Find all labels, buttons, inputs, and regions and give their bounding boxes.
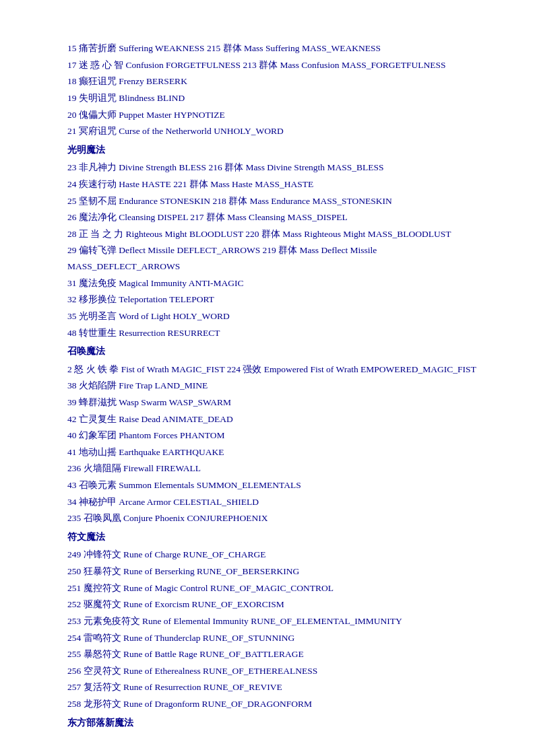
spell-id: 249 [67,549,84,559]
spell-en: Rune of Thunderclap RUNE_OF_STUNNING [123,633,294,643]
spell-entry: 41 地动山摇 Earthquake EARTHQUAKE [67,444,481,460]
spell-entry: 235 召唤凤凰 Conjure Phoenix CONJUREPHOENIX [67,510,481,526]
spell-id: 17 [67,60,79,70]
spell-zh: 迷 惑 心 智 [79,60,126,70]
spell-en: Rune of Etherealness RUNE_OF_ETHEREALNES… [123,666,317,676]
spell-entry: 256 空灵符文 Rune of Etherealness RUNE_OF_ET… [67,663,481,679]
spell-zh: 转世重生 [79,328,119,338]
spell-en: Phantom Forces PHANTOM [119,430,224,440]
spell-entry: 251 魔控符文 Rune of Magic Control RUNE_OF_M… [67,580,481,596]
spell-zh: 疾速行动 [79,179,119,189]
spell-zh: 召唤元素 [79,480,119,490]
spell-id: 24 [67,179,79,189]
spell-zh: 空灵符文 [84,666,123,676]
spell-en: Fire Trap LAND_MINE [119,380,208,390]
spell-id: 28 [67,229,79,239]
spell-entry: 26 魔法净化 Cleansing DISPEL 217 群体 Mass Cle… [67,209,481,226]
spell-entry: 25 坚韧不屈 Endurance STONESKIN 218 群体 Mass … [67,193,481,209]
spell-en: Rune of Dragonform RUNE_OF_DRAGONFORM [123,699,312,709]
spell-id: 32 [67,294,79,304]
spell-id: 19 [67,93,79,103]
spell-id: 2 [67,364,74,374]
spell-id: 254 [67,633,84,643]
spell-en: Righteous Might BLOODLUST 220 群体 Mass Ri… [125,229,451,239]
spell-en: Confusion FORGETFULNESS 213 群体 Mass Conf… [125,60,445,70]
spell-en: Magical Immunity ANTI-MAGIC [119,278,243,288]
spell-id: 255 [67,649,84,659]
spell-zh: 怒 火 铁 拳 [74,364,121,374]
spell-id: 20 [67,110,79,120]
spell-en: Rune of Berserking RUNE_OF_BERSERKING [123,566,299,576]
spell-id: 250 [67,566,84,576]
spell-entry: 18 癫狂诅咒 Frenzy BERSERK [67,73,481,90]
spell-entry: 21 冥府诅咒 Curse of the Netherworld UNHOLY_… [67,123,481,139]
spell-zh: 复活符文 [84,682,123,692]
spell-entry: 43 召唤元素 Summon Elementals SUMMON_ELEMENT… [67,477,481,493]
spell-id: 42 [67,414,79,424]
spell-en: Curse of the Netherworld UNHOLY_WORD [119,126,284,136]
spell-zh: 魔控符文 [84,583,123,593]
spell-entry: 257 复活符文 Rune of Resurrection RUNE_OF_RE… [67,679,481,695]
spell-zh: 雷鸣符文 [84,633,123,643]
spell-id: 25 [67,196,79,206]
spell-entry: 38 火焰陷阱 Fire Trap LAND_MINE [67,378,481,394]
spell-zh: 偏转飞弹 [79,245,119,255]
spell-id: 251 [67,583,84,593]
spell-zh: 非凡神力 [79,162,119,172]
spell-id: 40 [67,430,79,440]
spell-entry: 17 迷 惑 心 智 Confusion FORGETFULNESS 213 群… [67,57,481,73]
spell-en: Suffering WEAKNESS 215 群体 Mass Suffering… [119,43,381,53]
spell-zh: 傀儡大师 [79,110,119,120]
spell-en: Rune of Exorcism RUNE_OF_EXORCISM [123,599,284,609]
spell-zh: 蜂群滋扰 [79,397,119,407]
spell-entry: 19 失明诅咒 Blindness BLIND [67,90,481,106]
spell-entry: 236 火墙阻隔 Firewall FIREWALL [67,460,481,477]
spell-entry: 258 龙形符文 Rune of Dragonform RUNE_OF_DRAG… [67,696,481,712]
spell-id: 236 [67,463,84,473]
spell-zh: 冥府诅咒 [79,126,119,136]
spell-entry: 31 魔法免疫 Magical Immunity ANTI-MAGIC [67,275,481,291]
spell-zh: 驱魔符文 [84,599,123,609]
spell-id: 15 [67,43,79,53]
spell-en: Rune of Battle Rage RUNE_OF_BATTLERAGE [123,649,304,659]
spell-entry: 20 傀儡大师 Puppet Master HYPNOTIZE [67,107,481,123]
spell-id: 21 [67,126,79,136]
spell-en: Puppet Master HYPNOTIZE [119,110,224,120]
spell-list: 15 痛苦折磨 Suffering WEAKNESS 215 群体 Mass S… [67,40,481,731]
spell-entry: 32 移形换位 Teleportation TELEPORT [67,291,481,308]
spell-entry: 29 偏转飞弹 Deflect Missile DEFLECT_ARROWS 2… [67,242,481,274]
spell-zh: 魔法免疫 [79,278,119,288]
spell-zh: 坚韧不屈 [79,196,119,206]
spell-zh: 召唤凤凰 [84,513,123,523]
spell-en: Resurrection RESURRECT [119,328,220,338]
spell-zh: 龙形符文 [84,699,123,709]
spell-id: 256 [67,666,84,676]
spell-id: 235 [67,513,84,523]
section-header: 符文魔法 [67,529,481,546]
spell-zh: 火焰陷阱 [79,380,119,390]
spell-entry: 34 神秘护甲 Arcane Armor CELESTIAL_SHIELD [67,494,481,510]
spell-en: Endurance STONESKIN 218 群体 Mass Enduranc… [119,196,391,206]
spell-entry: 2 怒 火 铁 拳 Fist of Wrath MAGIC_FIST 224 强… [67,362,481,378]
spell-entry: 15 痛苦折磨 Suffering WEAKNESS 215 群体 Mass S… [67,40,481,57]
spell-zh: 癫狂诅咒 [79,76,119,86]
spell-entry: 48 转世重生 Resurrection RESURRECT [67,325,481,341]
spell-entry: 39 蜂群滋扰 Wasp Swarm WASP_SWARM [67,394,481,411]
spell-entry: 249 冲锋符文 Rune of Charge RUNE_OF_CHARGE [67,547,481,563]
spell-en: Divine Strength BLESS 216 群体 Mass Divine… [119,162,383,172]
spell-en: Blindness BLIND [119,93,185,103]
spell-id: 43 [67,480,79,490]
spell-en: Rune of Resurrection RUNE_OF_REVIVE [123,682,282,692]
spell-entry: 28 正 当 之 力 Righteous Might BLOODLUST 220… [67,226,481,242]
section-header: 光明魔法 [67,142,481,159]
spell-entry: 250 狂暴符文 Rune of Berserking RUNE_OF_BERS… [67,563,481,580]
spell-en: Earthquake EARTHQUAKE [119,447,224,457]
spell-id: 41 [67,447,79,457]
spell-en: Arcane Armor CELESTIAL_SHIELD [119,497,259,507]
section-header: 召唤魔法 [67,343,481,360]
spell-en: Haste HASTE 221 群体 Mass Haste MASS_HASTE [119,179,313,189]
spell-id: 258 [67,699,84,709]
spell-entry: 24 疾速行动 Haste HASTE 221 群体 Mass Haste MA… [67,176,481,193]
spell-zh: 失明诅咒 [79,93,119,103]
spell-en: Wasp Swarm WASP_SWARM [119,397,231,407]
